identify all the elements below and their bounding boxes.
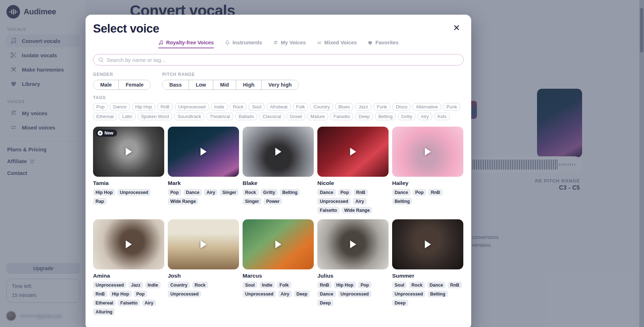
filter-tag-chip[interactable]: Unprocessed [175,103,209,111]
voice-tag-chip: Singer [243,198,262,205]
filter-tag-chip[interactable]: Jazz [355,103,371,111]
voice-image[interactable] [243,219,314,269]
filter-tag-chip[interactable]: Funk [374,103,390,111]
filter-tag-chip[interactable]: Pop [93,103,108,111]
tab-royalty-free-voices[interactable]: Royalty-free Voices [158,40,214,48]
voice-image[interactable] [93,219,164,269]
page: Audimee VOCALS Convert vocals Isolate vo… [0,0,644,327]
voice-tag-chip: Country [168,282,190,288]
play-icon[interactable] [425,240,431,248]
voice-card[interactable]: Marcus SoulIndieFolkUnprocessedAiryDeep [243,219,314,315]
play-icon[interactable] [275,240,281,248]
swap-arrows-icon [317,40,322,45]
voice-card[interactable]: Nicole DancePopRnBUnprocessedAiryFalsett… [317,127,389,214]
filter-tags: PopDanceHip HopRnBUnprocessedIndieRockSo… [93,103,464,120]
voice-tag-chip: Hip Hop [93,189,115,196]
filter-tag-chip[interactable]: Alternative [413,103,441,111]
voice-image[interactable] [317,127,389,177]
filter-tag-chip[interactable]: Growl [287,113,305,120]
filter-tag-chip[interactable]: Gritty [398,113,415,120]
voice-image[interactable] [168,219,239,269]
voice-card[interactable]: Blake RockGrittyBeltingSingerPower [243,127,314,214]
filter-tag-chip[interactable]: Blues [335,103,353,111]
filter-tag-chip[interactable]: Soundtrack [174,113,204,120]
play-icon[interactable] [200,148,206,156]
filter-tag-chip[interactable]: Spoken Word [138,113,172,120]
filter-tag-chip[interactable]: Folk [293,103,308,111]
voice-image[interactable] [243,127,314,177]
filter-tag-chip[interactable]: Deep [355,113,373,120]
gender-option-male[interactable]: Male [93,80,118,89]
pitch-option-very-high[interactable]: Very high [261,80,298,89]
filter-tag-chip[interactable]: Mature [307,113,328,120]
filter-tag-chip[interactable]: Ballads [235,113,257,120]
voice-tag-chip: Dance [427,282,446,288]
filter-tag-chip[interactable]: Kids [434,113,450,120]
voice-tag-chip: Unprocessed [338,291,371,297]
voice-tag-chip: Belting [280,189,300,196]
voice-card[interactable]: New Tamia Hip HopUnprocessedRap [93,127,164,214]
voice-card[interactable]: Mark PopDanceAirySingerWide Range [168,127,239,214]
filter-tag-chip[interactable]: Indie [211,103,228,111]
filter-tag-chip[interactable]: Airy [418,113,432,120]
voice-card[interactable]: Julius RnBHip HopPopDanceUnprocessedDeep [317,219,389,315]
voice-tag-chip: Wide Range [342,207,372,214]
close-icon[interactable]: ✕ [451,23,462,33]
filter-tag-chip[interactable]: Rock [230,103,247,111]
voice-tag-chip: RnB [93,291,107,297]
pitch-option-mid[interactable]: Mid [213,80,236,89]
tab-label: Royalty-free Voices [166,40,214,45]
filter-tag-chip[interactable]: Dance [110,103,130,111]
voice-name: Amina [93,273,164,279]
pitch-option-bass[interactable]: Bass [162,80,189,89]
play-icon[interactable] [275,148,281,156]
tab-instruments[interactable]: Instruments [225,40,262,48]
voice-tag-chip: Gritty [261,189,278,196]
tab-label: Instruments [233,40,262,45]
tab-label: Favorites [375,40,398,45]
voice-card[interactable]: Hailey DancePopRnBBelting [392,127,463,214]
voice-image[interactable] [392,219,463,269]
filter-tag-chip[interactable]: Country [310,103,333,111]
filter-tag-chip[interactable]: Falsetto [330,113,353,120]
play-icon[interactable] [126,240,132,248]
voice-tags: SoulRockDanceRnBUnprocessedBeltingDeep [392,282,463,306]
filter-tag-chip[interactable]: RnB [157,103,173,111]
voice-tags: UnprocessedJazzIndieRnBHip HopPopEtherea… [93,282,164,315]
voice-card[interactable]: Josh CountryRockUnprocessed [168,219,239,315]
new-badge-label: New [104,131,113,136]
play-icon[interactable] [126,148,132,156]
voice-image[interactable] [392,127,463,177]
voice-tag-chip: Pop [338,189,352,196]
voice-card[interactable]: Summer SoulRockDanceRnBUnprocessedBeltin… [392,219,463,315]
gender-option-female[interactable]: Female [118,80,150,89]
voice-tag-chip: Rock [192,282,208,288]
play-icon[interactable] [200,240,206,248]
filter-tag-chip[interactable]: Punk [443,103,460,111]
filter-tag-chip[interactable]: Latin [119,113,135,120]
play-icon[interactable] [350,240,356,248]
filter-tag-chip[interactable]: Belting [375,113,396,120]
search-input[interactable] [107,57,459,63]
pitch-option-low[interactable]: Low [189,80,213,89]
filter-tag-chip[interactable]: Theatrical [206,113,233,120]
play-icon[interactable] [350,148,356,156]
filter-tag-chip[interactable]: Disco [392,103,411,111]
voice-image[interactable]: New [93,127,164,177]
voice-tag-chip: Deep [294,291,310,297]
filter-tag-chip[interactable]: Soul [249,103,264,111]
tab-my-voices[interactable]: My Voices [273,40,306,48]
voice-tag-chip: Singer [220,189,239,196]
pitch-option-high[interactable]: High [236,80,261,89]
play-icon[interactable] [425,148,431,156]
filter-tag-chip[interactable]: Afrobeat [267,103,291,111]
voice-card[interactable]: Amina UnprocessedJazzIndieRnBHip HopPopE… [93,219,164,315]
pitch-segment: Bass Low Mid High Very high [162,80,299,90]
filter-tag-chip[interactable]: Classical [259,113,284,120]
filter-tag-chip[interactable]: Ethereal [93,113,117,120]
voice-image[interactable] [317,219,389,269]
tab-mixed-voices[interactable]: Mixed Voices [317,40,357,48]
filter-tag-chip[interactable]: Hip Hop [132,103,155,111]
voice-image[interactable] [168,127,239,177]
tab-favorites[interactable]: Favorites [367,40,398,48]
